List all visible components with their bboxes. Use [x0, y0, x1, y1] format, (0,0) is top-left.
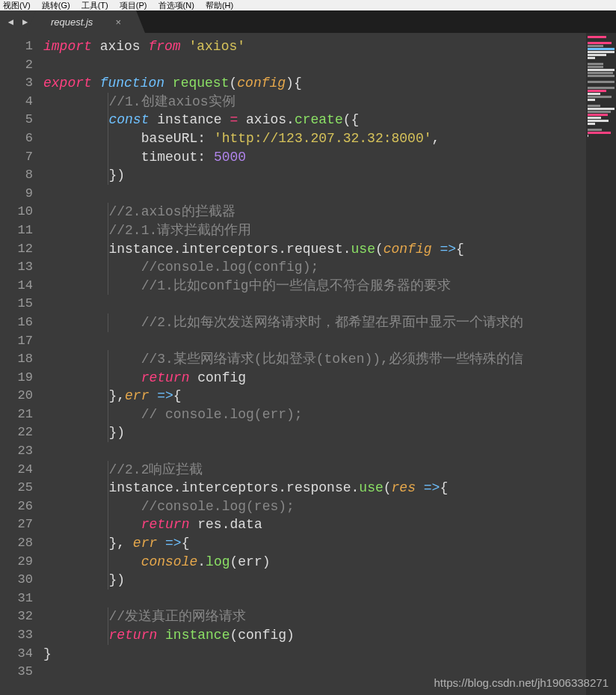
line-number: 17 [0, 332, 33, 351]
code-line[interactable]: //2.2响应拦截 [43, 461, 586, 480]
line-number: 13 [0, 258, 33, 277]
line-number: 16 [0, 313, 33, 332]
code-line[interactable] [43, 185, 586, 203]
code-line[interactable]: //3.某些网络请求(比如登录(token)),必须携带一些特殊的信 [43, 350, 586, 369]
code-line[interactable]: instance.interceptors.response.use(res =… [43, 479, 586, 497]
line-number: 3 [0, 74, 33, 93]
line-number: 34 [0, 645, 33, 664]
code-line[interactable] [43, 295, 586, 313]
close-icon[interactable]: × [115, 16, 121, 28]
menu-tools[interactable]: 工具(T) [81, 1, 108, 10]
code-line[interactable]: } [43, 645, 586, 664]
code-line[interactable]: return res.data [43, 515, 586, 534]
menu-goto[interactable]: 跳转(G) [42, 1, 70, 10]
tab-row: ◀ ▶ request.js × [0, 10, 616, 33]
line-number: 10 [0, 203, 33, 221]
code-line[interactable]: baseURL: 'http://123.207.32.32:8000', [43, 129, 586, 148]
code-line[interactable] [43, 590, 586, 608]
code-line[interactable]: const instance = axios.create({ [43, 111, 586, 129]
line-number: 8 [0, 166, 33, 185]
code-line[interactable] [43, 332, 586, 351]
minimap-inner [588, 36, 615, 148]
line-number: 9 [0, 185, 33, 203]
code-line[interactable]: // console.log(err); [43, 405, 586, 424]
code-line[interactable]: //2.axios的拦截器 [43, 203, 586, 221]
code-line[interactable]: }) [43, 423, 586, 442]
nav-back-icon[interactable]: ◀ [8, 16, 13, 28]
line-number: 28 [0, 534, 33, 553]
line-number: 32 [0, 607, 33, 626]
code-content[interactable]: import axios from 'axios' export functio… [43, 33, 586, 695]
code-line[interactable]: //1.创建axios实例 [43, 93, 586, 111]
line-number: 33 [0, 626, 33, 645]
line-number: 20 [0, 387, 33, 405]
line-number: 2 [0, 56, 33, 75]
code-line[interactable]: console.log(err) [43, 553, 586, 572]
line-number: 12 [0, 240, 33, 259]
code-line[interactable]: timeout: 5000 [43, 148, 586, 167]
code-line[interactable]: //1.比如config中的一些信息不符合服务器的要求 [43, 277, 586, 296]
line-number: 4 [0, 93, 33, 111]
code-line[interactable]: //console.log(res); [43, 497, 586, 516]
line-number: 18 [0, 350, 33, 369]
line-number: 14 [0, 277, 33, 296]
menu-preferences[interactable]: 首选项(N) [158, 1, 194, 10]
code-line[interactable]: //2.比如每次发送网络请求时，都希望在界面中显示一个请求的 [43, 313, 586, 332]
code-line[interactable]: import axios from 'axios' [43, 37, 586, 56]
code-line[interactable]: return config [43, 369, 586, 388]
code-line[interactable] [43, 56, 586, 75]
line-number: 21 [0, 405, 33, 424]
menu-view[interactable]: 视图(V) [3, 1, 31, 10]
line-number: 26 [0, 497, 33, 516]
line-number: 15 [0, 295, 33, 313]
line-number: 7 [0, 148, 33, 167]
line-number: 5 [0, 111, 33, 129]
code-line[interactable]: //2.1.请求拦截的作用 [43, 221, 586, 240]
line-number: 19 [0, 369, 33, 388]
minimap[interactable] [586, 33, 616, 695]
code-line[interactable]: //console.log(config); [43, 258, 586, 277]
line-number: 23 [0, 442, 33, 461]
menubar[interactable]: 视图(V) 跳转(G) 工具(T) 项目(P) 首选项(N) 帮助(H) [0, 0, 616, 10]
watermark: https://blog.csdn.net/jh1906338271 [434, 676, 609, 689]
editor-area: 1234567891011121314151617181920212223242… [0, 33, 616, 695]
line-number: 6 [0, 129, 33, 148]
line-number: 22 [0, 423, 33, 442]
line-number-gutter: 1234567891011121314151617181920212223242… [0, 33, 43, 695]
menu-project[interactable]: 项目(P) [120, 1, 147, 10]
code-line[interactable] [43, 442, 586, 461]
code-line[interactable]: },err =>{ [43, 387, 586, 405]
line-number: 1 [0, 37, 33, 56]
code-line[interactable]: return instance(config) [43, 626, 586, 645]
code-line[interactable]: }) [43, 571, 586, 590]
code-line[interactable]: export function request(config){ [43, 74, 586, 93]
line-number: 30 [0, 571, 33, 590]
line-number: 24 [0, 461, 33, 480]
tab-filename: request.js [51, 16, 93, 28]
code-line[interactable]: }) [43, 166, 586, 185]
tab-request-js[interactable]: request.js × [36, 10, 136, 33]
line-number: 25 [0, 479, 33, 497]
line-number: 31 [0, 590, 33, 608]
code-line[interactable]: instance.interceptors.request.use(config… [43, 240, 586, 259]
menu-help[interactable]: 帮助(H) [206, 1, 233, 10]
line-number: 35 [0, 663, 33, 682]
line-number: 27 [0, 515, 33, 534]
line-number: 11 [0, 221, 33, 240]
line-number: 29 [0, 553, 33, 572]
code-line[interactable]: }, err =>{ [43, 534, 586, 553]
code-line[interactable]: //发送真正的网络请求 [43, 607, 586, 626]
